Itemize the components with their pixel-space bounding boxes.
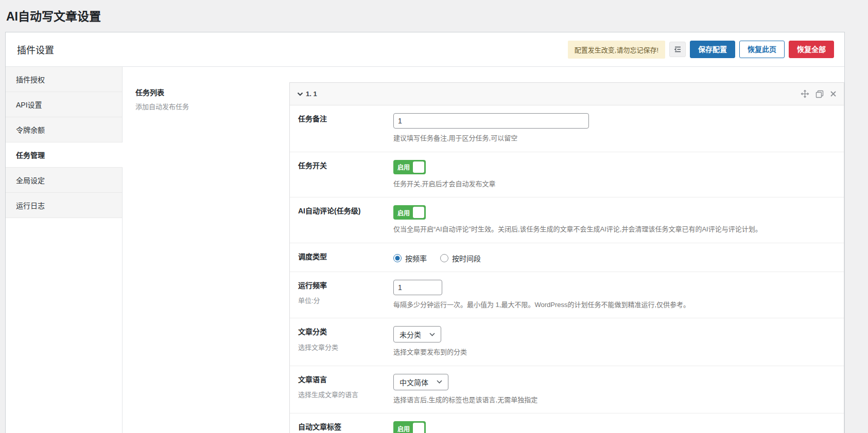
field-label: 任务开关 <box>298 161 387 171</box>
task-panel-title: 1. 1 <box>297 90 317 98</box>
duplicate-icon[interactable] <box>815 90 824 98</box>
close-icon[interactable] <box>830 91 837 97</box>
field-sublabel: 单位:分 <box>298 295 387 305</box>
field-help: 每隔多少分钟运行一次。最小值为 1,最大不限。WordPress的计划任务不能做… <box>393 300 836 310</box>
ai-auto-comment-toggle[interactable]: 启用 <box>393 205 426 220</box>
radio-by-frequency[interactable]: 按频率 <box>393 253 427 263</box>
collapse-panels-icon <box>674 46 682 53</box>
field-sublabel: 选择文章分类 <box>298 342 387 352</box>
field-label: 文章语言 <box>298 375 387 385</box>
nav-item-task-management[interactable]: 任务管理 <box>6 142 123 168</box>
restore-all-button[interactable]: 恢复全部 <box>789 41 834 58</box>
task-panel-tools <box>801 89 837 98</box>
toggle-on-label: 启用 <box>395 208 413 217</box>
toggle-on-label: 启用 <box>395 424 413 433</box>
post-category-select[interactable]: 未分类 <box>393 326 441 342</box>
field-label: 文章分类 <box>298 327 387 337</box>
restore-page-button[interactable]: 恢复此页 <box>739 41 785 58</box>
post-language-select[interactable]: 中文简体 <box>393 374 448 390</box>
section-subtitle: 添加自动发布任务 <box>135 101 279 111</box>
toggle-knob <box>413 161 424 173</box>
nav-item-token-balance[interactable]: 令牌余额 <box>6 117 122 142</box>
radio-dot-checked <box>393 254 402 262</box>
field-row-task-switch: 任务开关 启用 任务开关,开启后才会自动发布文章 <box>290 152 844 198</box>
task-management-content: 任务列表 添加自动发布任务 1. 1 <box>123 67 844 433</box>
field-label: 自动文章标签 <box>298 422 387 432</box>
field-row-schedule-type: 调度类型 按频率 按时间段 <box>290 243 844 272</box>
card-title: 插件设置 <box>17 43 54 56</box>
card-body: 插件授权 API设置 令牌余额 任务管理 全局设定 运行日志 任务列表 添加自动… <box>6 67 844 433</box>
task-note-input[interactable] <box>393 113 589 129</box>
card-header: 插件设置 配置发生改变,请勿忘记保存! 保存配置 恢复此页 恢复全部 <box>6 32 844 67</box>
toggle-knob <box>413 207 424 218</box>
radio-label: 按频率 <box>405 253 427 263</box>
section-head: 任务列表 添加自动发布任务 <box>135 82 289 111</box>
task-switch-toggle[interactable]: 启用 <box>393 160 426 174</box>
move-icon[interactable] <box>801 89 809 98</box>
field-label: AI自动评论(任务级) <box>298 206 387 217</box>
header-actions: 配置发生改变,请勿忘记保存! 保存配置 恢复此页 恢复全部 <box>568 41 834 59</box>
radio-label: 按时间段 <box>452 253 481 263</box>
field-row-post-category: 文章分类 选择文章分类 未分类 选择文章要发布到的分类 <box>290 318 844 366</box>
field-help: 建议填写任务备注,用于区分任务,可以留空 <box>393 133 836 143</box>
task-panel: 1. 1 <box>289 82 844 433</box>
chevron-down-icon <box>437 380 442 384</box>
unsaved-changes-notice: 配置发生改变,请勿忘记保存! <box>568 41 665 59</box>
field-help: 选择文章要发布到的分类 <box>393 347 836 357</box>
field-help: 任务开关,开启后才会自动发布文章 <box>393 179 836 189</box>
select-value: 中文简体 <box>400 377 428 387</box>
field-row-ai-auto-comment: AI自动评论(任务级) 启用 仅当全局开启“AI自动评论”时生效。关闭后,该任务… <box>290 197 844 243</box>
field-sublabel: 选择生成文章的语言 <box>298 389 387 399</box>
settings-nav: 插件授权 API设置 令牌余额 任务管理 全局设定 运行日志 <box>6 67 123 433</box>
task-panel-header[interactable]: 1. 1 <box>290 83 844 105</box>
field-help: 仅当全局开启“AI自动评论”时生效。关闭后,该任务生成的文章不会生成AI评论,并… <box>393 224 836 234</box>
field-label: 任务备注 <box>298 114 387 124</box>
run-frequency-input[interactable] <box>393 280 442 295</box>
settings-card: 插件设置 配置发生改变,请勿忘记保存! 保存配置 恢复此页 恢复全部 插件授权 … <box>5 32 845 433</box>
field-row-task-note: 任务备注 建议填写任务备注,用于区分任务,可以留空 <box>290 105 844 152</box>
chevron-down-icon <box>297 92 303 96</box>
nav-item-run-log[interactable]: 运行日志 <box>6 193 122 218</box>
collapse-panels-button[interactable] <box>669 42 686 57</box>
radio-dot <box>440 254 448 262</box>
toggle-on-label: 启用 <box>395 163 413 171</box>
schedule-type-radio-group: 按频率 按时间段 <box>393 251 836 263</box>
field-row-auto-post-tags: 自动文章标签 自动生成文章标签 启用 开启后根据文章内容生成精准高频关键词 <box>290 413 844 433</box>
section-title: 任务列表 <box>135 87 279 97</box>
toggle-knob <box>413 423 424 433</box>
radio-by-time-period[interactable]: 按时间段 <box>440 253 481 263</box>
nav-item-plugin-license[interactable]: 插件授权 <box>6 67 122 92</box>
field-help: 选择语言后,生成的标签也是该语言,无需单独指定 <box>393 395 836 405</box>
page-title: AI自动写文章设置 <box>0 0 868 30</box>
nav-item-global-settings[interactable]: 全局设定 <box>6 168 122 193</box>
nav-item-api-settings[interactable]: API设置 <box>6 92 122 117</box>
field-row-post-language: 文章语言 选择生成文章的语言 中文简体 选择语言后,生成的标签也是该语言,无需单… <box>290 366 844 414</box>
select-value: 未分类 <box>400 329 421 339</box>
auto-post-tags-toggle[interactable]: 启用 <box>393 421 426 433</box>
chevron-down-icon <box>429 333 435 336</box>
save-config-button[interactable]: 保存配置 <box>690 41 735 58</box>
field-label: 调度类型 <box>298 252 387 262</box>
field-row-run-frequency: 运行频率 单位:分 每隔多少分钟运行一次。最小值为 1,最大不限。WordPre… <box>290 272 844 319</box>
field-label: 运行频率 <box>298 281 387 291</box>
